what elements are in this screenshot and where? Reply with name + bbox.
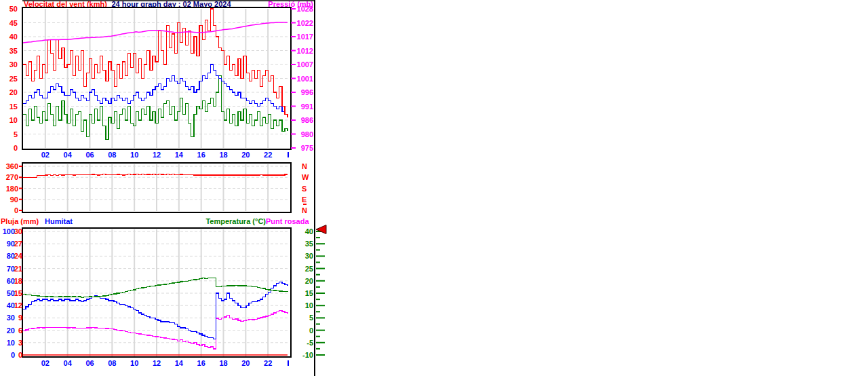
hour-label: 06 [83, 359, 97, 367]
rain-axis-tick-label: 15 [9, 289, 22, 297]
wind-axis-tick-label: 15 [3, 102, 18, 111]
hour-label: 02 [39, 151, 52, 159]
temperature-axis-tick-label: 15 [292, 289, 313, 297]
weather-graph-window: Velocitat del vent (kmh) 24 hour graph d… [0, 0, 868, 376]
wind-axis-tick-label: 40 [3, 33, 18, 41]
charts-canvas [0, 0, 868, 376]
hour-label: 06 [83, 151, 97, 159]
hour-label: 04 [61, 359, 75, 367]
hour-label: 10 [127, 151, 141, 159]
end-tick [288, 152, 289, 157]
pressure-axis-tick-label: 991 [294, 102, 313, 111]
rain-axis-tick-label: 3 [9, 339, 22, 347]
series-wind-gust [23, 9, 288, 117]
pressure-axis-tick-label: 1012 [294, 47, 313, 55]
series-wind-average [23, 64, 288, 115]
direction-axis-tick-label: 90 [3, 195, 18, 204]
hour-label: 08 [105, 151, 119, 159]
hour-label: 16 [195, 151, 208, 159]
temperature-axis-tick-label: 20 [292, 277, 313, 285]
compass-label: E [302, 195, 310, 204]
temperature-arrow-marker [316, 225, 326, 234]
hour-label: 02 [39, 359, 52, 367]
temperature-axis-tick-label: 10 [292, 301, 313, 309]
direction-axis-tick-label: 360 [3, 162, 18, 170]
temperature-axis-tick-label: 40 [292, 227, 313, 236]
rain-axis-tick-label: 21 [9, 265, 22, 273]
end-tick [288, 360, 289, 366]
hour-label: 14 [172, 151, 186, 159]
hour-label: 20 [239, 151, 252, 159]
wind-axis-tick-label: 45 [3, 19, 18, 27]
hour-label: 12 [150, 151, 163, 159]
pressure-axis-tick-label: 975 [294, 144, 313, 152]
rain-axis-tick-label: 27 [9, 240, 22, 248]
hour-label: 22 [261, 151, 275, 159]
pressure-axis-tick-label: 1007 [294, 60, 313, 69]
pressure-axis-tick-label: 980 [294, 130, 313, 138]
temperature-axis-tick-label: 25 [292, 265, 313, 273]
compass-label: N [302, 206, 310, 214]
pressure-axis-tick-label: 1017 [294, 33, 313, 41]
hour-label: 16 [195, 359, 208, 367]
hour-label: 12 [150, 359, 163, 367]
direction-axis-tick-label: 180 [3, 185, 18, 193]
rain-axis-tick-label: 24 [9, 252, 22, 260]
temperature-axis-tick-label: 35 [292, 240, 313, 248]
wind-axis-tick-label: 0 [3, 144, 18, 152]
pressure-axis-tick-label: 986 [294, 116, 313, 124]
rain-axis-tick-label: 6 [9, 326, 22, 335]
compass-label: W [302, 173, 310, 181]
pressure-axis-tick-label: 1028 [294, 5, 313, 13]
rain-axis-tick-label: 0 [9, 351, 22, 359]
hour-label: 14 [172, 359, 186, 367]
hour-label: 10 [127, 359, 141, 367]
rain-axis-tick-label: 18 [9, 277, 22, 285]
rain-axis-tick-label: 12 [9, 301, 22, 309]
series-pressure [23, 22, 288, 43]
hour-label: 20 [239, 359, 252, 367]
rain-axis-tick-label: 9 [9, 314, 22, 322]
wind-axis-tick-label: 25 [3, 75, 18, 83]
series-wind-low [23, 75, 288, 139]
wind-axis-tick-label: 50 [3, 5, 18, 13]
temperature-axis-tick-label: 5 [292, 314, 313, 322]
pressure-axis-tick-label: 1001 [294, 75, 313, 83]
hour-label: 18 [217, 359, 231, 367]
wind-axis-tick-label: 30 [3, 60, 18, 69]
temperature-axis-tick-label: 0 [292, 326, 313, 335]
wind-axis-tick-label: 35 [3, 47, 18, 55]
direction-axis-tick-label: 0 [3, 206, 18, 214]
hour-label: 08 [105, 359, 119, 367]
series-dew-point [23, 311, 288, 349]
temperature-axis-tick-label: 30 [292, 252, 313, 260]
hour-label: 18 [217, 151, 231, 159]
hour-label: 22 [261, 359, 275, 367]
temperature-axis-tick-label: -10 [292, 351, 313, 359]
pressure-axis-tick-label: 996 [294, 88, 313, 96]
rain-axis-tick-label: 30 [9, 227, 22, 236]
wind-axis-tick-label: 20 [3, 88, 18, 96]
series-wind-direction [23, 174, 288, 177]
direction-axis-tick-label: 270 [3, 173, 18, 181]
compass-label: N [302, 162, 310, 170]
pressure-axis-tick-label: 1022 [294, 19, 313, 27]
wind-axis-tick-label: 5 [3, 130, 18, 138]
wind-axis-tick-label: 10 [3, 116, 18, 124]
compass-label: S [302, 185, 310, 193]
hour-label: 04 [61, 151, 75, 159]
temperature-axis-tick-label: -5 [292, 339, 313, 347]
